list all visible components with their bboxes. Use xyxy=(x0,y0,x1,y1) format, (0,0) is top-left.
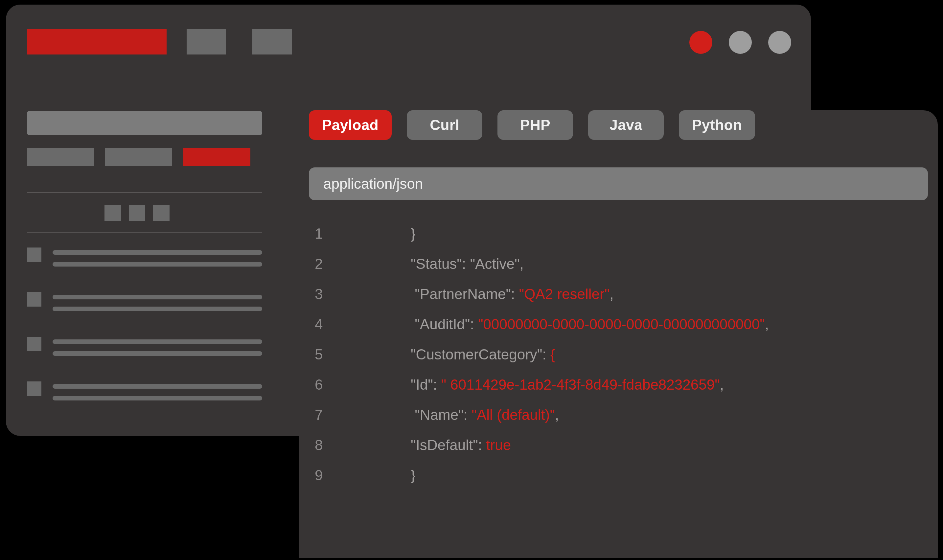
sidebar-chips xyxy=(27,148,250,166)
line-number: 2 xyxy=(309,256,352,272)
content-type-label: application/json xyxy=(323,175,423,192)
sidebar-hr xyxy=(27,192,262,193)
code-content: "AuditId": "00000000-0000-0000-0000-0000… xyxy=(352,316,769,332)
checkbox-icon[interactable] xyxy=(27,382,42,396)
line-number: 8 xyxy=(309,437,352,453)
titlebar-accent-block xyxy=(27,29,167,54)
tab-php[interactable]: PHP xyxy=(497,110,573,140)
search-input[interactable] xyxy=(27,111,262,135)
line-number: 9 xyxy=(309,467,352,483)
sidebar-chip[interactable] xyxy=(105,148,172,166)
sidebar xyxy=(6,79,289,436)
tab-python[interactable]: Python xyxy=(679,110,755,140)
line-number: 3 xyxy=(309,286,352,302)
code-line: 8"IsDefault": true xyxy=(309,430,928,460)
code-line: 2"Status": "Active", xyxy=(309,249,928,279)
checkbox-icon[interactable] xyxy=(27,248,42,262)
code-content: "PartnerName": "QA2 reseller", xyxy=(352,286,614,302)
line-number: 5 xyxy=(309,346,352,363)
code-content: } xyxy=(352,226,416,242)
language-tabs: Payload Curl PHP Java Python xyxy=(309,110,755,140)
code-panel: Payload Curl PHP Java Python application… xyxy=(299,110,938,558)
code-line: 4 "AuditId": "00000000-0000-0000-0000-00… xyxy=(309,309,928,339)
window-control-close-icon[interactable] xyxy=(689,31,712,54)
window-control-min-icon[interactable] xyxy=(729,31,752,54)
line-number: 7 xyxy=(309,407,352,423)
titlebar-divider xyxy=(27,78,790,78)
sidebar-item-line xyxy=(52,384,262,389)
window-control-max-icon[interactable] xyxy=(768,31,791,54)
sidebar-item-line xyxy=(52,396,262,400)
code-content: } xyxy=(352,467,416,483)
code-line: 9} xyxy=(309,460,928,491)
tab-curl[interactable]: Curl xyxy=(407,110,482,140)
code-content: "Id": " 6011429e-1ab2-4f3f-8d49-fdabe823… xyxy=(352,377,724,393)
tab-java[interactable]: Java xyxy=(588,110,664,140)
code-content: "IsDefault": true xyxy=(352,437,511,453)
sidebar-item[interactable] xyxy=(27,377,262,413)
titlebar xyxy=(6,5,811,70)
sidebar-toggle-group xyxy=(105,205,170,221)
sidebar-hr xyxy=(27,232,262,233)
sidebar-item[interactable] xyxy=(27,243,262,279)
sidebar-toggle[interactable] xyxy=(153,205,170,221)
content-type-bar: application/json xyxy=(309,168,928,200)
code-line: 3 "PartnerName": "QA2 reseller", xyxy=(309,279,928,309)
code-line: 1} xyxy=(309,218,928,249)
sidebar-item-line xyxy=(52,250,262,255)
sidebar-item-line xyxy=(52,295,262,299)
sidebar-item[interactable] xyxy=(27,332,262,368)
code-line: 7 "Name": "All (default)", xyxy=(309,400,928,430)
code-content: "Name": "All (default)", xyxy=(352,407,559,423)
code-line: 6"Id": " 6011429e-1ab2-4f3f-8d49-fdabe82… xyxy=(309,369,928,400)
sidebar-item-line xyxy=(52,351,262,356)
titlebar-block xyxy=(252,29,292,54)
code-content: "Status": "Active", xyxy=(352,256,524,272)
line-number: 4 xyxy=(309,316,352,332)
sidebar-toggle[interactable] xyxy=(105,205,121,221)
code-line: 5"CustomerCategory": { xyxy=(309,339,928,369)
line-number: 1 xyxy=(309,226,352,242)
sidebar-toggle[interactable] xyxy=(129,205,145,221)
checkbox-icon[interactable] xyxy=(27,337,42,351)
window-controls xyxy=(689,31,791,54)
checkbox-icon[interactable] xyxy=(27,292,42,306)
sidebar-chip[interactable] xyxy=(27,148,94,166)
sidebar-item-line xyxy=(52,306,262,311)
sidebar-chip-active[interactable] xyxy=(183,148,250,166)
tab-payload[interactable]: Payload xyxy=(309,110,392,140)
code-area: 1}2"Status": "Active",3 "PartnerName": "… xyxy=(309,218,928,548)
sidebar-divider xyxy=(289,79,289,423)
sidebar-item[interactable] xyxy=(27,288,262,324)
titlebar-block xyxy=(187,29,226,54)
sidebar-item-line xyxy=(52,339,262,344)
sidebar-item-line xyxy=(52,262,262,266)
line-number: 6 xyxy=(309,377,352,393)
code-content: "CustomerCategory": { xyxy=(352,346,555,363)
